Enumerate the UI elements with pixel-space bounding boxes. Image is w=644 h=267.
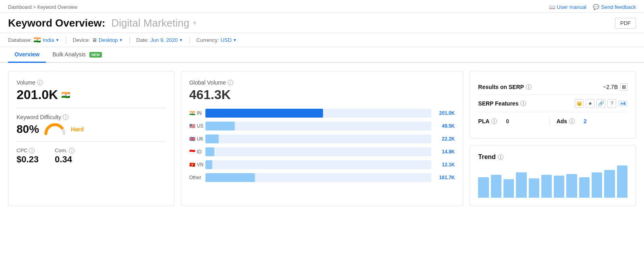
serp-features-label: SERP Features i [478, 100, 526, 107]
other-bar-track [205, 173, 432, 182]
bar-country: 🇻🇳 VN [189, 162, 202, 168]
bar-fill [205, 160, 212, 169]
breadcrumb-separator: > [33, 4, 36, 10]
trend-bar [503, 179, 514, 198]
bar-track [205, 160, 432, 169]
country-code: ID [197, 149, 202, 155]
cpc-value: $0.23 [17, 154, 39, 165]
plus-badge[interactable]: +4 [618, 100, 627, 107]
volume-value: 201.0K 🇮🇳 [17, 87, 166, 102]
trend-label: Trend i [478, 153, 627, 161]
user-manual-link[interactable]: 📖 User manual [549, 4, 587, 10]
bar-value: 12.1K [435, 162, 455, 168]
other-bar-fill [205, 173, 255, 182]
bar-row: 🇻🇳 VN 12.1K [189, 160, 455, 169]
com-label: Com. i [55, 147, 75, 153]
volume-info-icon[interactable]: i [37, 80, 43, 85]
device-icon: 🖥 [92, 37, 97, 43]
bar-fill [205, 135, 219, 143]
trend-info-icon[interactable]: i [498, 154, 503, 160]
volume-flag: 🇮🇳 [61, 91, 70, 99]
ads-info[interactable]: i [569, 118, 575, 124]
global-volume-value: 461.3K [189, 87, 455, 102]
country-code: US [197, 123, 204, 129]
bar-country: 🇮🇩 ID [189, 149, 202, 155]
serp-results-row: Results on SERP i ~2.7B ⊞ [478, 79, 627, 95]
bar-country: 🇺🇸 US [189, 123, 202, 129]
trend-bar [529, 178, 539, 198]
crown-icon: 👑 [575, 99, 584, 108]
difficulty-text: Hard [71, 126, 84, 132]
country-code: UK [197, 136, 204, 142]
bar-row: 🇬🇧 UK 22.2K [189, 135, 455, 143]
pla-section: PLA i 0 [478, 118, 549, 124]
tab-bulk-analysis[interactable]: Bulk Analysis NEW [46, 47, 108, 63]
cpc-info-icon[interactable]: i [29, 148, 35, 153]
device-value[interactable]: Desktop ▼ [99, 37, 123, 43]
country-flag: 🇮🇳 [189, 110, 195, 116]
trend-bar [592, 172, 602, 198]
trend-bar [604, 170, 615, 198]
trend-bar [554, 176, 564, 198]
country-flag: 🇻🇳 [189, 162, 195, 168]
tab-overview[interactable]: Overview [8, 47, 46, 63]
bar-value: 14.8K [435, 149, 455, 155]
country-flag: 🇺🇸 [189, 123, 195, 129]
global-volume-info-icon[interactable]: i [228, 80, 233, 85]
country-code: VN [197, 162, 204, 168]
cpc-label: CPC i [17, 147, 39, 153]
serp-features-row: SERP Features i 👑 ★ 🔗 ? +4 [478, 95, 627, 112]
pdf-button[interactable]: PDF [615, 18, 636, 29]
filters-bar: Database: 🇮🇳 India ▼ Device: 🖥 Desktop ▼… [0, 33, 644, 47]
currency-chevron: ▼ [233, 38, 237, 42]
serp-features-info[interactable]: i [520, 101, 526, 106]
bar-track [205, 109, 432, 118]
bar-fill [205, 109, 323, 118]
bar-value: 22.2K [435, 136, 455, 142]
ads-value: 2 [584, 118, 587, 124]
page-header: Keyword Overview: Digital Marketing + PD… [0, 13, 644, 33]
book-icon: 📖 [549, 4, 555, 10]
pla-value: 0 [506, 118, 509, 124]
link-icon: 🔗 [596, 99, 605, 108]
pla-label: PLA i [478, 118, 497, 124]
right-col: Results on SERP i ~2.7B ⊞ SERP Features … [470, 71, 636, 206]
bar-row: 🇮🇳 IN 201.0K [189, 109, 455, 118]
ads-section: Ads i 2 [550, 118, 627, 124]
breadcrumb-home[interactable]: Dashboard [8, 4, 32, 10]
add-keyword-button[interactable]: + [193, 19, 197, 27]
database-value[interactable]: India ▼ [43, 37, 59, 43]
breadcrumb: Dashboard > Keyword Overview [8, 4, 77, 10]
device-chevron: ▼ [119, 38, 123, 42]
bar-track [205, 135, 432, 143]
currency-filter: Currency: USD ▼ [196, 37, 243, 43]
trend-bar [478, 177, 489, 198]
database-chevron: ▼ [55, 38, 59, 42]
date-value[interactable]: Jun 9, 2020 ▼ [150, 37, 183, 43]
serp-card: Results on SERP i ~2.7B ⊞ SERP Features … [470, 71, 636, 139]
main-content: Volume i 201.0K 🇮🇳 Keyword Difficulty i … [0, 63, 644, 214]
trend-bar [491, 175, 501, 198]
currency-value[interactable]: USD ▼ [221, 37, 237, 43]
chat-icon: 💬 [593, 4, 599, 10]
top-actions: 📖 User manual 💬 Send feedback [549, 4, 636, 10]
difficulty-label: Keyword Difficulty i [17, 114, 166, 120]
difficulty-section: Keyword Difficulty i 80% Hard [17, 114, 166, 136]
com-item: Com. i 0.34 [55, 147, 75, 165]
bar-row: 🇮🇩 ID 14.8K [189, 147, 455, 156]
difficulty-info-icon[interactable]: i [63, 114, 68, 120]
bar-value: 49.5K [435, 123, 455, 129]
bar-value: 201.0K [435, 110, 455, 116]
star-icon: ★ [586, 99, 594, 108]
pla-ads-section: PLA i 0 Ads i 2 [478, 116, 627, 126]
serp-results-info[interactable]: i [526, 84, 532, 90]
trend-card: Trend i [470, 145, 636, 206]
bar-country: 🇮🇳 IN [189, 110, 202, 116]
serp-results-value: ~2.7B ⊞ [603, 83, 627, 91]
pla-info[interactable]: i [491, 118, 497, 124]
volume-card: Volume i 201.0K 🇮🇳 Keyword Difficulty i … [8, 71, 174, 206]
top-bar: Dashboard > Keyword Overview 📖 User manu… [0, 0, 644, 13]
global-volume-label: Global Volume i [189, 79, 455, 86]
send-feedback-link[interactable]: 💬 Send feedback [593, 4, 636, 10]
com-info-icon[interactable]: i [69, 148, 75, 153]
